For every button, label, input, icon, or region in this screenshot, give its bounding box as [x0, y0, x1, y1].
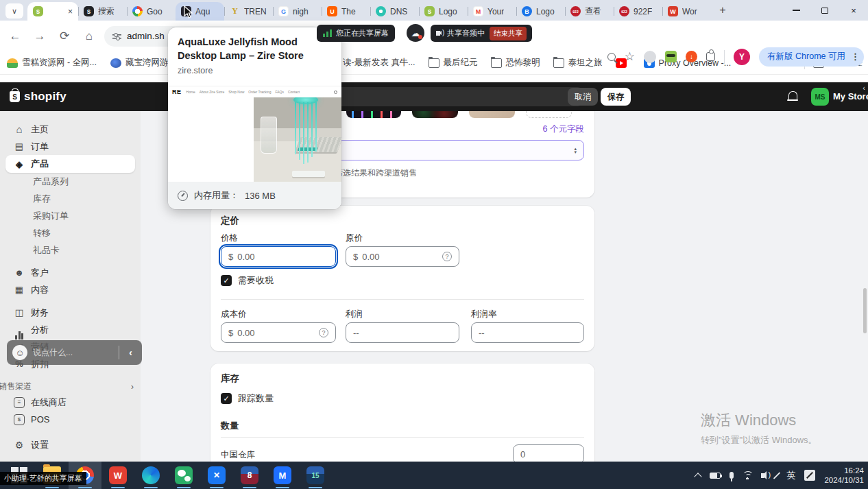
profit-input[interactable]: -- [346, 322, 459, 343]
sidebar-item[interactable]: 产品 [5, 155, 135, 173]
battery-icon[interactable] [710, 473, 721, 479]
wifi-icon[interactable] [743, 471, 752, 479]
sidebar-item[interactable]: 财务 [5, 304, 135, 321]
maximize-button[interactable] [810, 0, 839, 21]
sidebar-item[interactable]: 转移 [5, 224, 135, 241]
browser-tab[interactable]: TREN [224, 2, 273, 21]
tab-search-button[interactable]: ∨ [5, 3, 23, 19]
browser-tab[interactable]: 922F [614, 2, 662, 21]
browser-tab[interactable]: 搜索 [78, 2, 127, 21]
store-name[interactable]: My Store [833, 91, 868, 102]
browser-tab[interactable]: Logo [516, 2, 565, 21]
bookmark-item[interactable]: 最后纪元 [429, 57, 478, 69]
chat-input-placeholder[interactable]: 说点什么... [33, 347, 113, 359]
browser-tab[interactable]: Aqu [176, 2, 224, 21]
bookmark-item[interactable]: 藏宝湾网游 [110, 57, 169, 69]
cost-input[interactable]: $ 0.00 ? [221, 322, 336, 343]
input-language-indicator[interactable]: 英 [786, 469, 795, 481]
extensions-puzzle-icon[interactable] [706, 52, 715, 61]
sidebar-item[interactable]: 产品系列 [5, 173, 135, 190]
refresh-button[interactable]: ⟳ [55, 27, 74, 46]
browser-tab[interactable]: Goo [127, 2, 176, 21]
tray-expand-icon[interactable] [695, 473, 702, 480]
forward-button[interactable]: → [30, 27, 49, 46]
back-button[interactable]: ← [5, 27, 25, 46]
browser-tab[interactable]: Your [468, 2, 516, 21]
browser-tab[interactable]: Wor [662, 2, 711, 21]
scrollbar-thumb[interactable] [863, 288, 867, 333]
tab-active[interactable]: × [27, 2, 78, 21]
smiley-icon[interactable]: ☺ [12, 345, 27, 360]
profile-avatar[interactable]: Y [734, 49, 750, 65]
site-info-icon[interactable] [112, 32, 121, 40]
compare-price-input[interactable]: $ 0.00 ? [346, 246, 459, 267]
taskbar-app-button[interactable] [134, 462, 167, 489]
stop-sharing-button[interactable]: 结束共享 [490, 27, 527, 40]
checkbox-checked-icon[interactable]: ✓ [221, 393, 232, 404]
taskbar-app-button[interactable] [233, 462, 266, 489]
browser-tab[interactable]: Logo [419, 2, 468, 21]
sidebar-item[interactable]: 内容 [5, 281, 135, 298]
menu-dots-icon[interactable]: ⋮ [851, 51, 860, 62]
checkbox-checked-icon[interactable]: ✓ [221, 275, 232, 286]
share-app-icon[interactable]: ☁ [407, 24, 424, 42]
extension-gray-icon[interactable] [644, 51, 656, 63]
extension-green-icon[interactable] [665, 51, 677, 62]
lamp-base [292, 171, 325, 177]
sidebar-item[interactable]: 主页 [5, 121, 135, 138]
home-button[interactable]: ⌂ [80, 27, 99, 46]
volume-icon[interactable] [761, 473, 764, 478]
save-button[interactable]: 保存 [601, 88, 631, 106]
chat-collapse-button[interactable]: ‹ [125, 347, 136, 358]
taskbar-app-button[interactable] [167, 462, 200, 489]
sidebar-item[interactable]: 礼品卡 [5, 241, 135, 259]
help-icon[interactable]: ? [319, 328, 328, 337]
cancel-button[interactable]: 取消 [568, 88, 598, 106]
microphone-icon[interactable] [730, 472, 734, 479]
browser-tab[interactable]: 查看 [565, 2, 614, 21]
help-icon[interactable]: ? [442, 252, 452, 261]
sidebar-item[interactable]: 订单 [5, 138, 135, 155]
close-button[interactable]: × [839, 0, 868, 21]
extension-download-icon[interactable]: ↓ [686, 51, 697, 62]
chrome-update-chip[interactable]: 有新版 Chrome 可用 ⋮ [759, 47, 864, 67]
browser-tab[interactable]: DNS [370, 2, 419, 21]
bookmark-label: 读-最新发表 真牛... [343, 57, 415, 69]
bookmark-item[interactable]: 读-最新发表 真牛... [343, 57, 415, 69]
browser-tab[interactable]: The [322, 2, 370, 21]
taskbar-app-button[interactable] [101, 462, 134, 489]
sidebar-item[interactable]: 库存 [5, 190, 135, 207]
price-input[interactable]: $ 0.00 [221, 246, 336, 267]
tab-close-icon[interactable]: × [68, 8, 73, 16]
bookmark-star-icon[interactable]: ☆ [625, 49, 635, 64]
taskbar-app-button[interactable] [299, 462, 332, 489]
clock[interactable]: 16:24 2024/10/31 [824, 466, 864, 485]
minimize-button[interactable] [782, 0, 810, 21]
browser-tab[interactable]: nigh [273, 2, 322, 21]
taskbar-app-button[interactable] [200, 462, 233, 489]
sidebar-item[interactable]: 客户 [5, 264, 135, 281]
sidebar-channel-item[interactable]: POS [5, 411, 135, 428]
header-collapse-icon[interactable]: ‹ [863, 84, 865, 92]
store-avatar[interactable]: MS [811, 88, 829, 106]
bookmark-item[interactable]: 泰坦之旅 [553, 57, 603, 69]
sales-channels-header[interactable]: 销售渠道 › [0, 381, 134, 392]
new-tab-button[interactable]: + [714, 1, 732, 19]
margin-input[interactable]: -- [471, 322, 584, 343]
sidebar-item-label: 库存 [33, 193, 51, 205]
snip-tool-icon[interactable] [804, 470, 815, 481]
bookmark-item[interactable]: 恐怖黎明 [491, 57, 540, 69]
charge-tax-row[interactable]: ✓ 需要收税 [221, 274, 274, 287]
sidebar-item[interactable]: 采购订单 [5, 207, 135, 224]
sidebar-item-settings[interactable]: 设置 [5, 436, 135, 453]
signal-bars-icon [323, 29, 332, 37]
zoom-icon[interactable] [607, 53, 616, 61]
sidebar-channel-item[interactable]: 在线商店 [5, 394, 135, 411]
pen-icon[interactable] [773, 472, 781, 479]
bookmark-item[interactable]: 雪糕资源网 - 全网... [7, 57, 97, 69]
taskbar-app-button[interactable] [266, 462, 299, 489]
notifications-bell-icon[interactable] [788, 91, 797, 99]
track-quantity-row[interactable]: ✓ 跟踪数量 [221, 392, 274, 405]
sidebar-item[interactable]: 分析 [5, 321, 135, 338]
quantity-input[interactable]: 0 [513, 444, 584, 464]
